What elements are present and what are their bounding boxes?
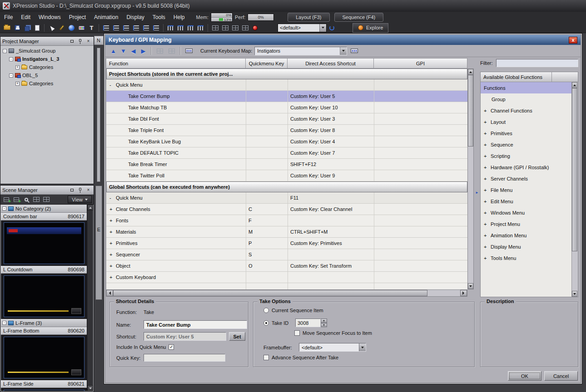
move-right-icon[interactable]: ▶	[139, 48, 147, 54]
tree-item-categories[interactable]: + Categories	[1, 79, 93, 88]
function-item-windows-menu[interactable]: + Windows Menu	[481, 207, 571, 218]
close-icon[interactable]: ×	[85, 187, 92, 193]
chevron-down-icon[interactable]	[319, 24, 326, 32]
refresh-preset-icon[interactable]	[327, 23, 337, 33]
expander-icon[interactable]: +	[109, 252, 116, 257]
scene-list-scrollbar[interactable]	[87, 205, 93, 391]
close-icon[interactable]: ×	[85, 38, 92, 44]
scroll-right-icon[interactable]	[460, 290, 467, 296]
expander-icon[interactable]: +	[484, 221, 491, 227]
scrollbar-thumb[interactable]	[113, 290, 427, 296]
expander-icon[interactable]: -	[2, 206, 6, 211]
expander-icon[interactable]: +	[484, 108, 491, 113]
add-category-icon[interactable]	[12, 196, 20, 204]
layout-rows-icon[interactable]	[230, 23, 240, 33]
tree-item-instigators-l-3[interactable]: - Instigators_L_3	[1, 55, 93, 63]
framebuffer-combobox[interactable]: <default>	[299, 343, 366, 352]
scene-manager-header[interactable]: Scene Manager ×	[0, 186, 94, 195]
expander-icon[interactable]: -	[2, 321, 6, 325]
function-item-layout[interactable]: + Layout	[481, 116, 571, 127]
column-header-gpi[interactable]: GPI	[374, 58, 467, 69]
cancel-button[interactable]: Cancel	[544, 371, 578, 381]
scene-category-no-category-2[interactable]: - No Category (2)	[1, 205, 87, 213]
preset-combobox[interactable]: <default>	[278, 24, 327, 32]
menu-tools[interactable]: Tools	[149, 12, 169, 23]
tree-item-categories[interactable]: + Categories	[1, 63, 93, 71]
function-item-project-menu[interactable]: + Project Menu	[481, 218, 571, 230]
expander-icon[interactable]: +	[484, 131, 491, 136]
move-focus-checkbox[interactable]	[294, 330, 300, 336]
shortcut-input[interactable]: Custom Key: User 5	[144, 332, 226, 341]
shortcut-row-blank[interactable]	[106, 283, 467, 289]
project-manager-header[interactable]: Project Manager ×	[0, 37, 94, 46]
filter-input[interactable]	[496, 59, 579, 67]
shortcut-row-primitives[interactable]: +Primitives P Custom Key: Primitives	[106, 238, 467, 249]
scene-thumbnail[interactable]	[4, 390, 84, 391]
function-item-display-menu[interactable]: + Display Menu	[481, 241, 571, 252]
shortcut-row-materials[interactable]: +Materials M CTRL+SHIFT+M	[106, 226, 467, 238]
expander-icon[interactable]: +	[484, 142, 491, 147]
align-middle-icon[interactable]	[141, 23, 151, 33]
layout-f3-button[interactable]: Layout (F3)	[288, 13, 329, 22]
expander-icon[interactable]: +	[484, 199, 491, 204]
align-left-icon[interactable]	[101, 23, 111, 33]
advance-sequence-checkbox[interactable]	[263, 355, 269, 360]
function-item-edit-menu[interactable]: + Edit Menu	[481, 196, 571, 207]
edit-tool-icon[interactable]	[57, 23, 66, 33]
expander-icon[interactable]: +	[484, 187, 491, 193]
move-up-icon[interactable]: ▲	[109, 48, 117, 54]
section-global-shortcuts-can-be-executed-from-anywhere[interactable]: Global Shortcuts (can be executed from a…	[106, 181, 467, 192]
distribute-vertical-icon[interactable]	[176, 23, 185, 33]
make-same-height-icon[interactable]	[196, 23, 205, 33]
collapse-all-icon[interactable]	[167, 46, 176, 56]
expander-icon[interactable]: +	[484, 165, 491, 170]
scrollbar-thumb[interactable]	[468, 75, 473, 147]
menu-display[interactable]: Display	[122, 12, 148, 23]
menu-file[interactable]: File	[0, 12, 17, 23]
column-header-function[interactable]: Function	[106, 58, 246, 69]
expander-icon[interactable]: +	[484, 210, 491, 216]
function-item-animation-menu[interactable]: + Animation Menu	[481, 230, 571, 241]
expander-icon[interactable]: -	[109, 195, 116, 201]
expander-icon[interactable]: +	[484, 176, 491, 181]
pin-icon[interactable]	[77, 38, 84, 44]
function-item-channel-functions[interactable]: + Channel Functions	[481, 105, 571, 116]
scroll-down-icon[interactable]	[572, 291, 577, 297]
menu-help[interactable]: Help	[169, 12, 189, 23]
expander-icon[interactable]: +	[484, 244, 491, 250]
shortcut-row-object[interactable]: +Object O Custom Key: Set Transform	[106, 260, 467, 272]
expander-icon[interactable]: +	[484, 255, 491, 261]
current-sequence-item-radio[interactable]	[263, 308, 269, 313]
column-header-quickmenu-key[interactable]: Quickmenu Key	[246, 58, 288, 69]
scroll-up-icon[interactable]	[572, 82, 577, 88]
include-quick-menu-checkbox[interactable]: ✓	[169, 344, 174, 350]
scroll-down-icon[interactable]	[87, 385, 93, 391]
functions-scrollbar[interactable]	[571, 82, 578, 297]
scroll-up-icon[interactable]	[468, 69, 473, 75]
expand-all-icon[interactable]	[155, 46, 164, 56]
scene-name-bar[interactable]: L-Frame Bottom 890620	[1, 327, 87, 335]
function-item-server-channels[interactable]: + Server Channels	[481, 173, 571, 184]
expander-icon[interactable]: +	[484, 233, 491, 238]
expander-icon[interactable]: -	[9, 57, 13, 61]
pin-icon[interactable]	[77, 187, 84, 193]
shortcut-row-sequencer[interactable]: +Sequencer S	[106, 249, 467, 260]
menu-edit[interactable]: Edit	[17, 12, 35, 23]
expander-icon[interactable]: +	[109, 274, 116, 280]
expander-icon[interactable]: +	[15, 65, 20, 69]
close-icon[interactable]: x	[569, 37, 577, 44]
function-item-sequence[interactable]: + Sequence	[481, 139, 571, 150]
scene-thumbnail[interactable]	[4, 222, 84, 264]
expander-icon[interactable]: +	[15, 82, 20, 86]
add-scene-icon[interactable]	[2, 196, 10, 204]
expander-icon[interactable]: +	[109, 263, 116, 269]
function-item-file-menu[interactable]: + File Menu	[481, 184, 571, 196]
search-icon[interactable]	[22, 196, 30, 204]
scrollbar-thumb[interactable]	[572, 88, 577, 251]
shortcut-row-take-dbl-font[interactable]: Take Dbl Font Custom Key: User 3	[106, 113, 467, 125]
shortcut-row-take-default-topic[interactable]: Take DEFAULT TOPIC Custom Key: User 7	[106, 147, 467, 159]
expander-icon[interactable]: -	[109, 82, 116, 88]
save-all-icon[interactable]	[22, 23, 32, 33]
function-item-primitives[interactable]: + Primitives	[481, 127, 571, 139]
expander-icon[interactable]: +	[109, 218, 116, 223]
